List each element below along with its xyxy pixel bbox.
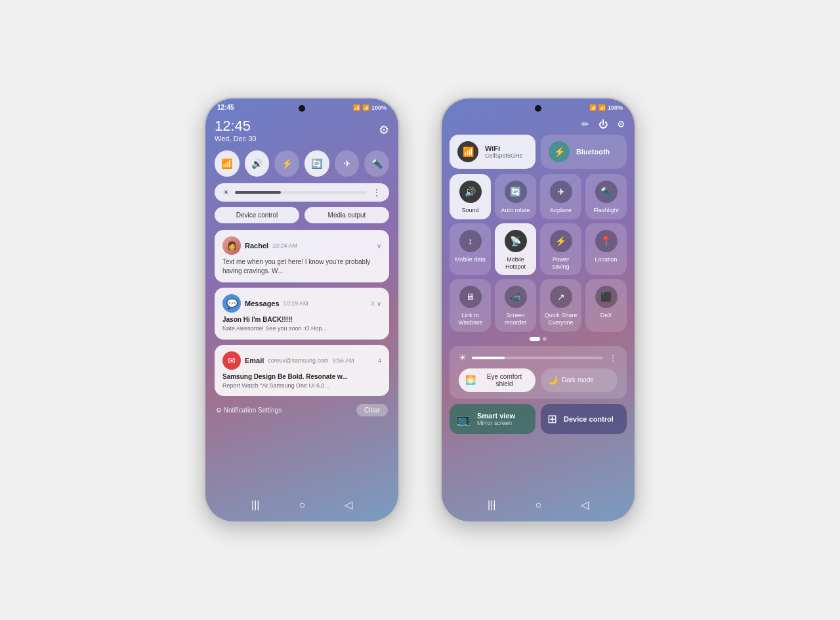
toggle-airplane[interactable]: ✈ [335,150,360,177]
phone-1-screen: 12:45 📶 📶 100% 12:45 Wed, Dec 30 ⚙ [205,99,398,521]
toggle-autorotate[interactable]: 🔄 [304,150,329,177]
tile-flashlight-label: Flashlight [593,207,619,214]
notification-panel: 12:45 Wed, Dec 30 ⚙ 📶 🔊 ⚡ 🔄 ✈ 🔦 ☀ [205,114,398,426]
wide-wifi-text: WiFi CellSpot5GHz [485,144,522,159]
edit-button[interactable]: ✏ [581,119,589,129]
media-output-button[interactable]: Media output [304,207,389,223]
tile-dex[interactable]: ⬛ DeX [585,279,627,332]
notif-body-email: Samsung Design Be Bold. Resonate w... Re… [222,372,381,390]
smart-view-icon: 📺 [456,412,471,426]
device-control-button-2[interactable]: ⊞ Device control [541,404,627,434]
notif-title-rachel: Rachel [245,242,268,250]
brightness-fill [235,191,281,194]
nav-recent-1[interactable]: ||| [251,499,259,511]
dot-2 [543,337,547,341]
camera-dot-2 [535,105,541,112]
notif-badge-messages: 3 [371,300,374,307]
tile-location-label: Location [595,256,617,263]
toggle-flashlight[interactable]: 🔦 [364,150,389,177]
notification-email[interactable]: ✉ Email coreux@samsung.com 9:56 AM 4 Sam… [215,345,389,397]
brightness-panel: ☀ ⋮ 🌅 Eye comfort shield 🌙 D [450,346,627,399]
eye-comfort-button[interactable]: 🌅 Eye comfort shield [459,368,536,392]
nav-home-2[interactable]: ○ [535,499,541,511]
smart-view-button[interactable]: 📺 Smart view Mirror screen [450,404,536,434]
notif-sender-jason: Jason Hi I'm BACK!!!!! [222,316,293,323]
tile-powersaving[interactable]: ⚡ Power saving [540,223,581,276]
avatar-email: ✉ [222,351,241,370]
signal-icon-1: 📶 [362,104,369,111]
device-control-button[interactable]: Device control [215,207,299,223]
smart-view-sub: Mirror screen [477,420,515,426]
toggle-wifi[interactable]: 📶 [215,150,240,177]
settings-button-2[interactable]: ⚙ [617,119,625,129]
wifi-icon-1: 📶 [353,104,360,111]
notification-messages[interactable]: 💬 Messages 10:19 AM 3 ∨ Jason Hi I'm BAC… [215,288,389,340]
notification-clear-button[interactable]: Clear [356,404,388,416]
notif-body-rachel: Text me when you get here! I know you're… [222,257,381,276]
power-button[interactable]: ⏻ [598,119,608,129]
wide-toggle-wifi[interactable]: 📶 WiFi CellSpot5GHz [450,135,536,169]
notif-header: 12:45 Wed, Dec 30 ⚙ [215,118,389,143]
bp-more[interactable]: ⋮ [608,353,618,363]
tile-sound[interactable]: 🔊 Sound [450,174,491,219]
toggle-bluetooth[interactable]: ⚡ [274,150,299,177]
notification-rachel[interactable]: 👩 Rachel 10:24 AM ∨ Text me when you get… [215,230,389,282]
battery-text-1: 100% [371,104,387,111]
smart-view-name: Smart view [477,412,515,420]
status-icons-2: 📶 📶 100% [589,104,623,111]
toggle-sound[interactable]: 🔊 [245,150,270,177]
tile-linktowindows-label: Link to Windows [453,312,487,326]
brightness-bar[interactable] [235,191,367,194]
notif-app-info-email: ✉ Email coreux@samsung.com 9:56 AM [222,351,354,370]
notif-footer: ⚙ Notification Settings Clear [215,401,389,419]
wide-wifi-name: WiFi [485,144,522,152]
brightness-more[interactable]: ⋮ [372,187,381,198]
notif-card-header-messages: 💬 Messages 10:19 AM 3 ∨ [222,294,381,313]
phone-2-screen: 12:45 📶 📶 100% ✏ ⏻ ⚙ 📶 [442,99,635,521]
nav-home-1[interactable]: ○ [299,499,305,511]
bp-sun-icon: ☀ [459,353,467,363]
tile-quickshare-icon: ↗ [550,286,572,308]
notification-settings-button[interactable]: ⚙ Notification Settings [216,407,282,414]
dark-mode-button[interactable]: 🌙 Dark mode [541,368,618,392]
brightness-control-row[interactable]: ☀ ⋮ [459,353,618,363]
tile-mobiledata[interactable]: ↕ Mobile data [450,223,491,276]
settings-button-1[interactable]: ⚙ [379,123,389,137]
tile-powersaving-label: Power saving [544,256,578,271]
tile-screenrecorder[interactable]: 📹 Screen recorder [495,279,536,332]
wide-bluetooth-icon: ⚡ [549,141,570,162]
bp-slider[interactable] [472,357,603,359]
tile-sound-label: Sound [461,207,478,214]
notif-card-header-rachel: 👩 Rachel 10:24 AM ∨ [222,236,381,255]
wide-toggle-bluetooth[interactable]: ⚡ Bluetooth [541,135,627,169]
tile-airplane[interactable]: ✈ Airplane [540,174,581,219]
qp-header: ✏ ⏻ ⚙ [450,118,627,135]
notif-chevron-messages[interactable]: ∨ [377,300,381,307]
tile-quickshare-label: Quick Share Everyone [544,312,578,326]
notif-email-line2: Report Watch "At Samsung One UI 6.0... [222,382,381,390]
tile-airplane-label: Airplane [550,207,572,214]
tile-mobiledata-label: Mobile data [455,256,486,263]
nav-bar-2: ||| ○ ◁ [442,491,635,521]
tile-autorotate[interactable]: 🔄 Auto rotate [495,174,536,219]
eye-comfort-label: Eye comfort shield [480,373,529,388]
tile-mobiledata-icon: ↕ [459,230,482,252]
notif-app-info-rachel: 👩 Rachel 10:24 AM [222,236,297,255]
wifi-icon-2: 📶 [589,104,597,111]
notif-chevron-rachel[interactable]: ∨ [377,242,381,250]
notif-time-email-t: 9:56 AM [333,357,354,364]
smart-view-text: Smart view Mirror screen [477,412,515,426]
nav-back-1[interactable]: ◁ [345,498,352,511]
tile-location[interactable]: 📍 Location [585,223,627,276]
nav-back-2[interactable]: ◁ [581,498,589,511]
notif-date: Wed, Dec 30 [215,135,256,143]
tile-quickshare[interactable]: ↗ Quick Share Everyone [540,279,581,332]
tile-linktowindows[interactable]: 🖥 Link to Windows [450,279,491,332]
brightness-row[interactable]: ☀ ⋮ [215,183,389,202]
eye-dark-row: 🌅 Eye comfort shield 🌙 Dark mode [459,368,618,392]
status-time-1: 12:45 [217,104,234,111]
nav-recent-2[interactable]: ||| [488,499,495,511]
tile-mobilehotspot[interactable]: 📡 Mobile Hotspot [495,223,536,276]
notif-title-email: Email [245,357,264,365]
tile-flashlight[interactable]: 🔦 Flashlight [585,174,627,219]
